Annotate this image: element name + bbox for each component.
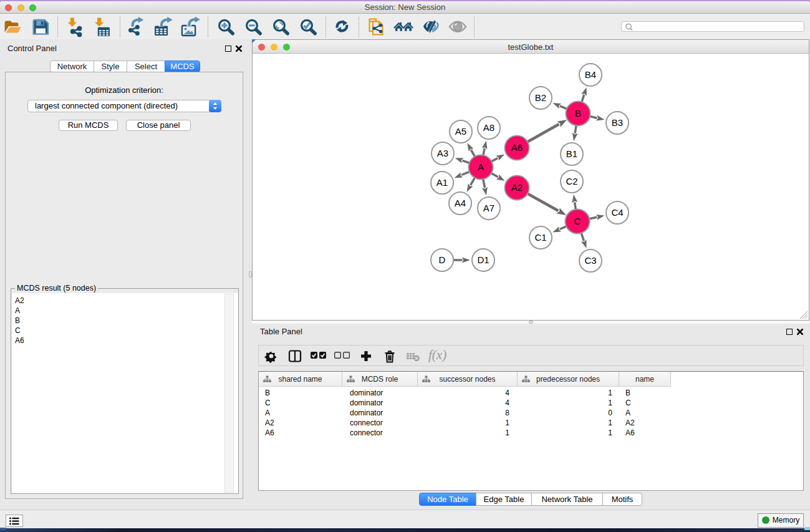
- svg-text:B: B: [575, 108, 581, 118]
- svg-text:A8: A8: [483, 122, 494, 133]
- svg-text:C: C: [574, 216, 581, 226]
- svg-text:C4: C4: [611, 207, 623, 218]
- svg-text:D: D: [439, 254, 446, 265]
- svg-text:A4: A4: [455, 198, 466, 208]
- svg-text:B1: B1: [566, 148, 577, 159]
- svg-text:A3: A3: [437, 148, 448, 158]
- svg-text:C3: C3: [584, 255, 596, 266]
- svg-text:A: A: [478, 162, 484, 172]
- svg-text:D1: D1: [477, 254, 489, 265]
- svg-text:B3: B3: [612, 117, 623, 128]
- svg-text:A5: A5: [455, 126, 466, 137]
- svg-text:A2: A2: [511, 182, 523, 193]
- svg-text:A6: A6: [511, 142, 523, 153]
- svg-text:B2: B2: [535, 92, 546, 103]
- svg-text:A1: A1: [436, 177, 448, 188]
- svg-text:C2: C2: [566, 176, 577, 186]
- svg-text:C1: C1: [534, 232, 546, 243]
- svg-text:A7: A7: [483, 203, 494, 213]
- svg-text:B4: B4: [585, 69, 596, 80]
